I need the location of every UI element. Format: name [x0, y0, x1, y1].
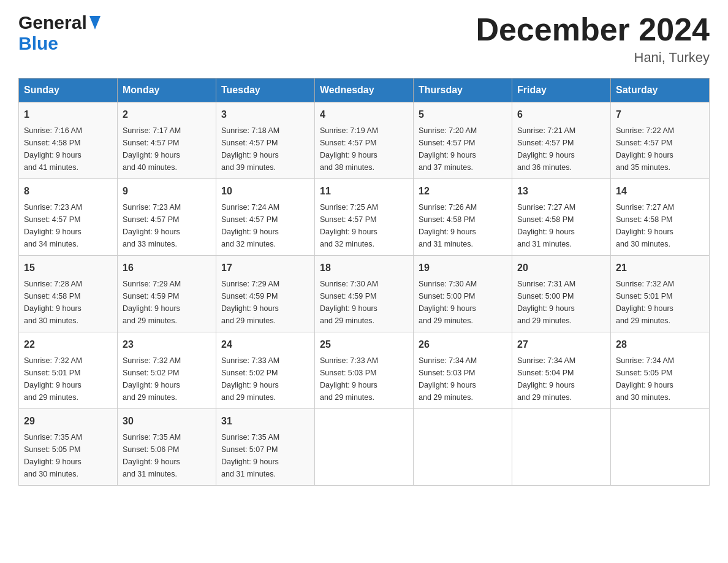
calendar-week-row: 15 Sunrise: 7:28 AMSunset: 4:58 PMDaylig… [19, 256, 710, 332]
calendar-cell: 10 Sunrise: 7:24 AMSunset: 4:57 PMDaylig… [216, 179, 315, 256]
logo: General Blue [18, 12, 100, 54]
weekday-header-monday: Monday [118, 79, 216, 102]
calendar-cell: 11 Sunrise: 7:25 AMSunset: 4:57 PMDaylig… [315, 179, 414, 256]
day-info: Sunrise: 7:29 AMSunset: 4:59 PMDaylight:… [123, 280, 181, 325]
day-number: 18 [320, 261, 408, 275]
weekday-header-row: SundayMondayTuesdayWednesdayThursdayFrid… [19, 79, 710, 102]
day-number: 30 [123, 414, 211, 429]
calendar-week-row: 8 Sunrise: 7:23 AMSunset: 4:57 PMDayligh… [19, 179, 710, 256]
day-info: Sunrise: 7:31 AMSunset: 5:00 PMDaylight:… [517, 280, 575, 325]
day-number: 14 [616, 184, 704, 199]
day-number: 16 [123, 261, 211, 275]
day-info: Sunrise: 7:34 AMSunset: 5:04 PMDaylight:… [517, 356, 575, 402]
day-info: Sunrise: 7:27 AMSunset: 4:58 PMDaylight:… [616, 203, 674, 248]
calendar-cell: 13 Sunrise: 7:27 AMSunset: 4:58 PMDaylig… [512, 179, 611, 256]
logo-triangle-icon [89, 16, 100, 32]
calendar-cell: 21 Sunrise: 7:32 AMSunset: 5:01 PMDaylig… [611, 256, 710, 332]
day-number: 10 [221, 184, 309, 199]
calendar-cell: 14 Sunrise: 7:27 AMSunset: 4:58 PMDaylig… [611, 179, 710, 256]
month-title: December 2024 [476, 12, 710, 47]
weekday-header-sunday: Sunday [19, 79, 118, 102]
weekday-header-wednesday: Wednesday [315, 79, 414, 102]
day-number: 13 [517, 184, 605, 199]
day-number: 22 [24, 337, 112, 352]
calendar-cell: 23 Sunrise: 7:32 AMSunset: 5:02 PMDaylig… [118, 332, 216, 409]
calendar-cell: 20 Sunrise: 7:31 AMSunset: 5:00 PMDaylig… [512, 256, 611, 332]
calendar-cell: 30 Sunrise: 7:35 AMSunset: 5:06 PMDaylig… [118, 409, 216, 486]
page-header: General Blue December 2024 Hani, Turkey [18, 12, 710, 66]
calendar-cell: 1 Sunrise: 7:16 AMSunset: 4:58 PMDayligh… [19, 102, 118, 179]
calendar-cell [315, 409, 414, 486]
calendar-cell: 18 Sunrise: 7:30 AMSunset: 4:59 PMDaylig… [315, 256, 414, 332]
day-number: 6 [517, 107, 605, 122]
day-info: Sunrise: 7:18 AMSunset: 4:57 PMDaylight:… [221, 126, 279, 172]
calendar-cell: 8 Sunrise: 7:23 AMSunset: 4:57 PMDayligh… [19, 179, 118, 256]
day-info: Sunrise: 7:34 AMSunset: 5:05 PMDaylight:… [616, 356, 674, 402]
weekday-header-tuesday: Tuesday [216, 79, 315, 102]
day-number: 27 [517, 337, 605, 352]
day-number: 9 [123, 184, 211, 199]
day-info: Sunrise: 7:30 AMSunset: 4:59 PMDaylight:… [320, 280, 378, 325]
logo-blue-text: Blue [18, 33, 58, 53]
logo-general-text: General [18, 12, 87, 33]
calendar-cell: 31 Sunrise: 7:35 AMSunset: 5:07 PMDaylig… [216, 409, 315, 486]
calendar-cell: 12 Sunrise: 7:26 AMSunset: 4:58 PMDaylig… [414, 179, 512, 256]
calendar-cell [414, 409, 512, 486]
day-info: Sunrise: 7:16 AMSunset: 4:58 PMDaylight:… [24, 126, 82, 172]
day-info: Sunrise: 7:33 AMSunset: 5:02 PMDaylight:… [221, 356, 279, 402]
calendar-cell: 25 Sunrise: 7:33 AMSunset: 5:03 PMDaylig… [315, 332, 414, 409]
day-info: Sunrise: 7:32 AMSunset: 5:01 PMDaylight:… [616, 280, 674, 325]
day-number: 24 [221, 337, 309, 352]
calendar-cell: 7 Sunrise: 7:22 AMSunset: 4:57 PMDayligh… [611, 102, 710, 179]
day-info: Sunrise: 7:32 AMSunset: 5:01 PMDaylight:… [24, 356, 82, 402]
svg-marker-0 [89, 16, 100, 29]
calendar-cell: 28 Sunrise: 7:34 AMSunset: 5:05 PMDaylig… [611, 332, 710, 409]
day-number: 2 [123, 107, 211, 122]
calendar-cell: 29 Sunrise: 7:35 AMSunset: 5:05 PMDaylig… [19, 409, 118, 486]
day-number: 7 [616, 107, 704, 122]
day-number: 3 [221, 107, 309, 122]
day-number: 25 [320, 337, 408, 352]
day-info: Sunrise: 7:21 AMSunset: 4:57 PMDaylight:… [517, 126, 575, 172]
calendar-cell: 5 Sunrise: 7:20 AMSunset: 4:57 PMDayligh… [414, 102, 512, 179]
day-info: Sunrise: 7:29 AMSunset: 4:59 PMDaylight:… [221, 280, 279, 325]
day-info: Sunrise: 7:22 AMSunset: 4:57 PMDaylight:… [616, 126, 674, 172]
day-info: Sunrise: 7:27 AMSunset: 4:58 PMDaylight:… [517, 203, 575, 248]
day-number: 28 [616, 337, 704, 352]
calendar-cell [512, 409, 611, 486]
day-info: Sunrise: 7:35 AMSunset: 5:07 PMDaylight:… [221, 433, 279, 478]
day-number: 26 [419, 337, 507, 352]
day-info: Sunrise: 7:28 AMSunset: 4:58 PMDaylight:… [24, 280, 82, 325]
calendar-week-row: 1 Sunrise: 7:16 AMSunset: 4:58 PMDayligh… [19, 102, 710, 179]
day-info: Sunrise: 7:26 AMSunset: 4:58 PMDaylight:… [419, 203, 477, 248]
day-number: 15 [24, 261, 112, 275]
day-info: Sunrise: 7:34 AMSunset: 5:03 PMDaylight:… [419, 356, 477, 402]
day-info: Sunrise: 7:30 AMSunset: 5:00 PMDaylight:… [419, 280, 477, 325]
calendar-cell: 9 Sunrise: 7:23 AMSunset: 4:57 PMDayligh… [118, 179, 216, 256]
weekday-header-saturday: Saturday [611, 79, 710, 102]
day-number: 11 [320, 184, 408, 199]
title-section: December 2024 Hani, Turkey [476, 12, 710, 66]
calendar-cell: 16 Sunrise: 7:29 AMSunset: 4:59 PMDaylig… [118, 256, 216, 332]
day-number: 23 [123, 337, 211, 352]
location: Hani, Turkey [476, 50, 710, 66]
calendar-cell: 27 Sunrise: 7:34 AMSunset: 5:04 PMDaylig… [512, 332, 611, 409]
day-info: Sunrise: 7:32 AMSunset: 5:02 PMDaylight:… [123, 356, 181, 402]
calendar-week-row: 22 Sunrise: 7:32 AMSunset: 5:01 PMDaylig… [19, 332, 710, 409]
day-info: Sunrise: 7:20 AMSunset: 4:57 PMDaylight:… [419, 126, 477, 172]
calendar-cell: 4 Sunrise: 7:19 AMSunset: 4:57 PMDayligh… [315, 102, 414, 179]
calendar-week-row: 29 Sunrise: 7:35 AMSunset: 5:05 PMDaylig… [19, 409, 710, 486]
day-number: 31 [221, 414, 309, 429]
day-number: 21 [616, 261, 704, 275]
calendar-cell: 19 Sunrise: 7:30 AMSunset: 5:00 PMDaylig… [414, 256, 512, 332]
day-number: 12 [419, 184, 507, 199]
calendar-cell: 24 Sunrise: 7:33 AMSunset: 5:02 PMDaylig… [216, 332, 315, 409]
day-number: 17 [221, 261, 309, 275]
day-info: Sunrise: 7:25 AMSunset: 4:57 PMDaylight:… [320, 203, 378, 248]
day-info: Sunrise: 7:35 AMSunset: 5:05 PMDaylight:… [24, 433, 82, 478]
day-number: 8 [24, 184, 112, 199]
day-info: Sunrise: 7:24 AMSunset: 4:57 PMDaylight:… [221, 203, 279, 248]
calendar-table: SundayMondayTuesdayWednesdayThursdayFrid… [18, 78, 710, 486]
weekday-header-friday: Friday [512, 79, 611, 102]
calendar-cell: 22 Sunrise: 7:32 AMSunset: 5:01 PMDaylig… [19, 332, 118, 409]
